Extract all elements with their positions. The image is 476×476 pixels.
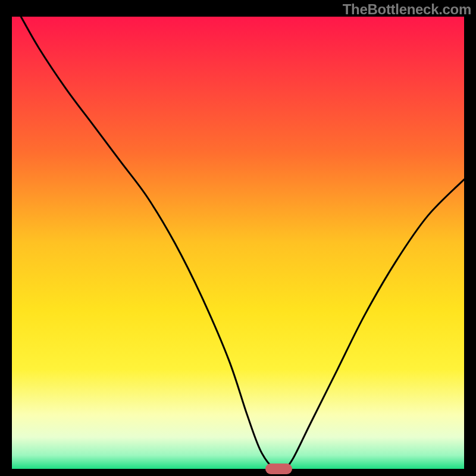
- plot-svg: [12, 17, 464, 469]
- chart-frame: TheBottleneck.com: [0, 0, 476, 476]
- gradient-background: [12, 17, 464, 469]
- plot-area: [12, 17, 464, 469]
- watermark-text: TheBottleneck.com: [343, 1, 471, 18]
- optimal-marker: [265, 464, 293, 474]
